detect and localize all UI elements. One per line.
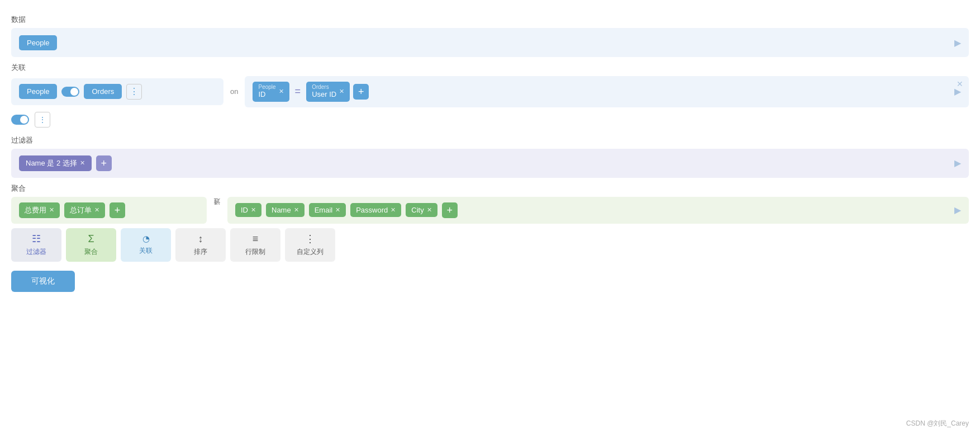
toolbar-join-btn[interactable]: ◔ 关联 <box>121 228 171 262</box>
join-people-btn[interactable]: People <box>19 84 57 99</box>
join-right-panel: People ID ✕ = Orders User ID ✕ + ▶ <box>245 76 969 107</box>
bottom-toolbar: ☷ 过滤器 Σ 聚合 ◔ 关联 ↕ 排序 ≡ 行限制 ⋮ 自定义列 <box>11 228 969 262</box>
toolbar-limit-icon: ≡ <box>253 233 259 245</box>
join-sub-toggle[interactable] <box>11 115 29 125</box>
agg-tag-email: Email ✕ <box>309 203 346 217</box>
section-join-label: 关联 <box>11 63 969 73</box>
agg-city-text: City <box>411 206 424 214</box>
agg-password-close[interactable]: ✕ <box>391 206 396 214</box>
agg-name-close[interactable]: ✕ <box>294 206 299 214</box>
toolbar-custom-label: 自定义列 <box>297 247 324 257</box>
toolbar-sort-btn[interactable]: ↕ 排序 <box>175 228 226 262</box>
toolbar-agg-btn[interactable]: Σ 聚合 <box>66 228 116 262</box>
agg-total-cost-text: 总费用 <box>25 205 46 215</box>
agg-right-arrow[interactable]: ▶ <box>954 205 961 215</box>
agg-left-add-btn[interactable]: + <box>110 202 125 218</box>
join-left-panel: People Orders ⋮ <box>11 78 223 105</box>
data-arrow-right[interactable]: ▶ <box>954 37 961 48</box>
data-section-row: People ▶ <box>11 28 969 57</box>
filter-section-row: Name 是 2 选择 ✕ + ▶ <box>11 149 969 178</box>
agg-total-orders-close[interactable]: ✕ <box>94 206 99 214</box>
join-add-condition-btn[interactable]: + <box>353 84 369 100</box>
agg-email-text: Email <box>315 206 333 214</box>
join-people-id-tag: People ID ✕ <box>253 82 289 102</box>
agg-name-text: Name <box>272 206 291 214</box>
toolbar-custom-icon: ⋮ <box>305 233 315 245</box>
agg-total-cost-close[interactable]: ✕ <box>49 206 54 214</box>
toolbar-limit-btn[interactable]: ≡ 行限制 <box>230 228 280 262</box>
toolbar-agg-label: 聚合 <box>84 247 98 257</box>
toolbar-join-icon: ◔ <box>142 234 150 244</box>
toolbar-limit-label: 行限制 <box>245 247 265 257</box>
agg-tag-id: ID ✕ <box>235 203 261 217</box>
join-sub-toolbar: ⋮ <box>11 112 969 128</box>
agg-id-close[interactable]: ✕ <box>251 206 256 214</box>
join-close-btn[interactable]: ✕ <box>957 79 963 88</box>
join-people-id-close[interactable]: ✕ <box>279 88 284 95</box>
agg-tag-total-cost: 总费用 ✕ <box>19 202 60 218</box>
join-section-container: People Orders ⋮ on People ID ✕ = Orders … <box>11 76 969 107</box>
agg-password-text: Password <box>356 206 388 214</box>
filter-add-btn[interactable]: + <box>96 155 112 171</box>
join-orders-userid-tag: Orders User ID ✕ <box>306 82 350 102</box>
filter-arrow-right[interactable]: ▶ <box>954 158 961 168</box>
filter-name-tag: Name 是 2 选择 ✕ <box>19 155 92 171</box>
agg-tag-name: Name ✕ <box>266 203 305 217</box>
toolbar-join-label: 关联 <box>139 246 153 256</box>
section-data-label: 数据 <box>11 15 969 25</box>
agg-right-panel: ID ✕ Name ✕ Email ✕ Password ✕ City ✕ + … <box>227 197 969 224</box>
join-grid-icon[interactable]: ⋮ <box>126 84 142 100</box>
toolbar-sort-label: 排序 <box>194 247 207 257</box>
agg-city-close[interactable]: ✕ <box>427 206 432 214</box>
agg-tag-password: Password ✕ <box>350 203 401 217</box>
join-sub-grid[interactable]: ⋮ <box>35 112 50 128</box>
join-toggle-icon[interactable] <box>61 87 79 97</box>
agg-tag-city: City ✕ <box>406 203 437 217</box>
agg-outer-container: 总费用 ✕ 总订单 ✕ + 通过 ID ✕ Name ✕ Email ✕ Pas… <box>11 197 969 224</box>
agg-right-add-btn[interactable]: + <box>442 202 458 218</box>
section-filter-label: 过滤器 <box>11 135 969 145</box>
toolbar-filter-icon: ☷ <box>32 233 41 245</box>
join-equals-sign: = <box>295 86 301 97</box>
agg-total-orders-text: 总订单 <box>70 205 92 215</box>
join-on-label: on <box>230 87 238 96</box>
agg-email-close[interactable]: ✕ <box>335 206 340 214</box>
people-button[interactable]: People <box>19 35 57 50</box>
toolbar-custom-btn[interactable]: ⋮ 自定义列 <box>285 228 335 262</box>
toolbar-filter-label: 过滤器 <box>26 247 46 257</box>
toolbar-filter-btn[interactable]: ☷ 过滤器 <box>11 228 61 262</box>
agg-left-panel: 总费用 ✕ 总订单 ✕ + <box>11 197 207 224</box>
join-orders-btn[interactable]: Orders <box>84 84 122 99</box>
watermark: CSDN @刘民_Carey <box>906 419 969 428</box>
agg-id-text: ID <box>241 206 248 214</box>
toolbar-agg-icon: Σ <box>88 233 94 245</box>
agg-tag-total-orders: 总订单 ✕ <box>64 202 105 218</box>
filter-tag-close[interactable]: ✕ <box>80 159 85 167</box>
visualize-button[interactable]: 可视化 <box>11 271 75 292</box>
join-orders-userid-close[interactable]: ✕ <box>339 88 344 95</box>
toolbar-sort-icon: ↕ <box>198 233 203 245</box>
filter-tag-text: Name 是 2 选择 <box>26 158 77 168</box>
section-agg-label: 聚合 <box>11 183 969 194</box>
